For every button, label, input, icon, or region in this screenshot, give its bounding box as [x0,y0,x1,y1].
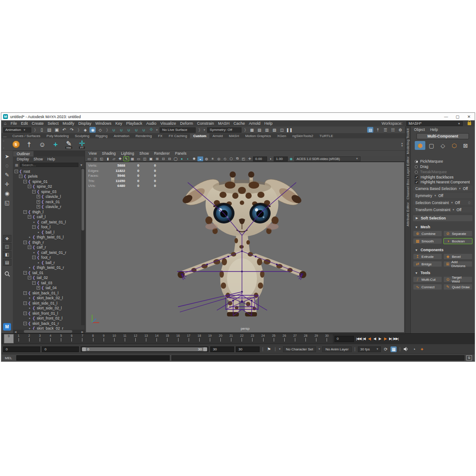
menu-item[interactable]: Display [78,121,92,126]
view-cube-icon[interactable]: ▭ [86,156,92,161]
paused-icon[interactable]: ❚❚ [286,127,292,133]
current-frame-marker[interactable]: 0 [4,334,14,343]
viewport-canvas[interactable]: Verts:5888 00 Edges:11822 00 Faces:5946 … [86,162,405,333]
timeline-tick[interactable]: 3 [37,334,42,343]
scale-tool-icon[interactable]: ◱ [3,198,12,207]
workspace-lock-icon[interactable] [468,122,471,125]
playback-start-field[interactable]: 0 [42,346,79,352]
timeline-tick[interactable]: 15 [165,334,170,343]
character-run-icon[interactable]: ✦ [419,346,425,352]
skeleton-shelf-icon[interactable]: † [24,141,34,148]
timeline-tick[interactable]: 25 [271,334,276,343]
bridge-button[interactable]: ⇄Bridge [413,261,442,267]
timeline-tick[interactable]: 12 [134,334,138,343]
range-slider[interactable]: 030 [81,346,208,352]
auto-key-icon[interactable]: ▦ [390,346,397,352]
select-component-icon[interactable]: ◇ [97,127,103,133]
menu-item[interactable]: Deform [180,121,193,126]
shelf-tab[interactable]: TURTLE [316,134,336,138]
grease-pencil-icon[interactable]: ✎ [123,156,129,161]
outliner-tab[interactable]: Outliner [13,151,85,156]
step-forward-key-button[interactable]: |▶ [383,336,387,342]
timeline-tick[interactable]: 2 [27,334,31,343]
menu-item[interactable]: Create [32,121,44,126]
undo-icon[interactable]: ↶ [61,127,67,133]
expander-icon[interactable]: − [23,180,27,183]
grid-toggle-icon[interactable]: ▦ [130,156,135,161]
radio-option[interactable]: Drag [413,164,472,169]
safe-action-icon[interactable]: ⊡ [160,156,166,161]
expander-icon[interactable]: − [28,245,31,249]
sidebar-tab[interactable]: Attribute Editor [406,202,410,226]
image-plane-icon[interactable]: ▱ [111,156,117,161]
menu-item[interactable]: Windows [95,121,112,126]
toolkit-menu-item[interactable]: Help [430,127,438,132]
timeline-tick[interactable]: 20 [219,334,223,343]
viewport-menu-item[interactable]: Shading [102,151,115,156]
tree-row[interactable]: + ❮ clavicle_l [13,194,85,200]
expander-icon[interactable]: ● [28,266,31,269]
character-set-selector[interactable]: No Character Set [283,346,316,352]
expander-icon[interactable]: − [32,225,36,229]
tree-row[interactable]: − ❮ tail_03 [13,280,85,286]
shelf-tab[interactable]: Motion Graphics [242,134,274,138]
select-hierarchy-icon[interactable]: ◈ [82,127,88,133]
script-editor-icon[interactable]: ⧉ [466,355,472,361]
tree-row[interactable]: + ❮ neck_01 [13,199,85,205]
tree-row[interactable]: + ❮ clavicle_r [13,205,85,210]
expander-icon[interactable]: − [32,190,36,193]
outliner-menu-item[interactable]: Help [47,157,55,161]
shelf-tab[interactable]: Custom [190,134,209,138]
extrude-button[interactable]: ↥Extrude [413,253,442,260]
play-backwards-button[interactable]: ◀ [372,336,377,342]
expander-icon[interactable]: ● [32,251,36,254]
giraffe-model[interactable] [175,169,309,317]
expander-icon[interactable]: ● [28,327,31,330]
ft-axis-shelf-icon[interactable]: ✛FT [77,140,87,149]
gate-mask-icon[interactable]: ▣ [148,156,154,161]
tree-row[interactable]: − ❮ calf_l [13,215,85,220]
timeline-tick[interactable]: 6 [70,334,74,343]
timeline-tick[interactable]: 18 [197,334,201,343]
playback-end-field[interactable]: 30 [210,346,234,352]
shelf-tab[interactable]: Rigging [93,134,111,138]
camera-lock-icon[interactable]: ◱ [99,156,104,161]
move-tool-icon[interactable]: ✛ [3,180,12,189]
option-dropdown-row[interactable]: Transform Constraint ▼ Off [413,207,472,212]
ik-cross-shelf-icon[interactable]: + [51,141,60,148]
anim-layer-selector[interactable]: No Anim Layer [322,346,351,352]
snap-projected-center-icon[interactable]: ∪ [133,127,139,133]
step-forward-frame-button[interactable]: ▶| [388,336,393,342]
multi-cut-button[interactable]: ⧸Multi-Cut [413,276,442,283]
tree-row[interactable]: − ❮ skirt_front_01_l [13,311,85,316]
shelf-tab[interactable]: Animation [111,134,133,138]
timeline-tick[interactable]: 1 [16,334,21,343]
outliner-vscrollbar[interactable] [82,169,84,231]
expander-icon[interactable]: + [37,200,40,204]
boolean-button[interactable]: ◑Boolean [443,238,472,244]
shadows-icon[interactable]: ◒ [197,156,203,161]
expander-icon[interactable]: ● [28,306,31,310]
animation-end-field[interactable]: 30 [236,346,260,352]
option-dropdown-row[interactable]: Symmetry ▼ Off [413,193,472,198]
plugin-shading-icon[interactable]: ⬡ [228,156,234,161]
menu-item[interactable]: Edit [21,121,28,126]
menu-item[interactable]: Key [115,121,123,126]
viewport-menu-item[interactable]: Panels [175,151,186,156]
occlusion-icon[interactable]: ◍ [204,156,209,161]
timeline-tick[interactable]: 23 [250,334,255,343]
snap-curve-icon[interactable]: ∪ [118,127,124,133]
minimize-button[interactable]: — [440,113,452,120]
expander-icon[interactable]: ● [28,296,31,300]
timeline-ruler[interactable]: 0123456789101112131415161718192021222324… [2,334,333,343]
filter-icon[interactable]: ▦ [15,163,19,167]
render-current-icon[interactable]: ▤ [256,127,262,133]
range-end-handle[interactable] [203,347,207,351]
snap-view-plane-icon[interactable]: ∪ [141,127,147,133]
tree-row[interactable]: ● ❮ thigh_twist_01_r [13,265,85,271]
layout-outliner-pane-icon[interactable]: ▤ [3,259,11,266]
tree-row[interactable]: ● ❮ calf_twist_01_l [13,219,85,225]
tree-row[interactable]: − ❮ pelvis [13,174,85,179]
edge-mode-icon[interactable]: ◇ [438,141,448,150]
animation-prefs-clock-icon[interactable]: ◔ [411,346,417,352]
